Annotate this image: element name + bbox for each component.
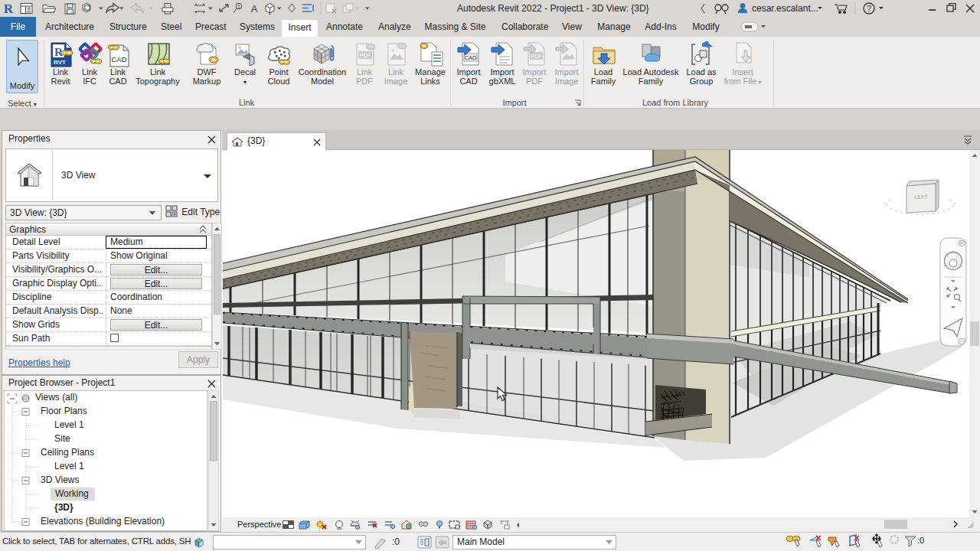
- svg-text:RVT: RVT: [54, 59, 66, 66]
- svg-text:PDF: PDF: [360, 53, 371, 58]
- svg-text:1: 1: [237, 4, 240, 9]
- svg-text:R: R: [4, 2, 14, 16]
- svg-text:?: ?: [867, 5, 871, 13]
- svg-text::0: :0: [917, 536, 924, 545]
- svg-text:PDF: PDF: [531, 54, 542, 59]
- svg-text:CAD: CAD: [111, 55, 126, 64]
- svg-text:LEFT: LEFT: [914, 194, 928, 200]
- svg-text:A: A: [251, 3, 258, 15]
- svg-text:cesar.escalant...: cesar.escalant...: [752, 3, 818, 14]
- svg-text:CAD: CAD: [465, 54, 477, 61]
